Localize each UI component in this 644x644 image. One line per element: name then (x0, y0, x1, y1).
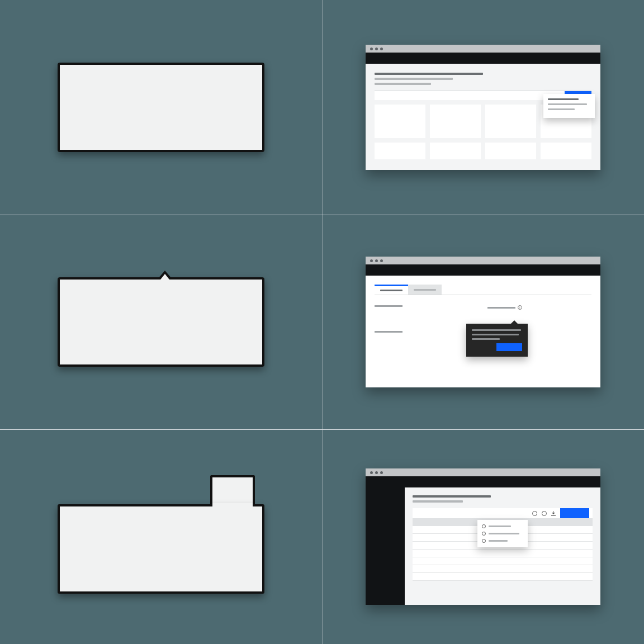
primary-button[interactable] (560, 508, 589, 518)
app-header-bar (366, 476, 600, 487)
page-title-skeleton (413, 495, 491, 498)
popover-tab-connector (210, 475, 255, 506)
browser-chrome (366, 257, 600, 264)
window-dot (375, 259, 378, 262)
window-dot (375, 471, 378, 474)
body-split (366, 487, 600, 605)
app-header-bar (366, 53, 600, 64)
subtitle-skeleton (375, 83, 431, 85)
text-field[interactable] (375, 313, 479, 323)
tooltip-text-line (472, 329, 521, 331)
dropdown-menu (543, 94, 595, 118)
table-row[interactable] (413, 573, 593, 581)
col-divider (322, 429, 323, 644)
info-icon[interactable]: i (518, 305, 522, 310)
browser-chrome (366, 468, 600, 476)
search-input[interactable] (375, 91, 565, 100)
field-label (487, 307, 515, 309)
browser-mockup-tooltip: i (366, 257, 600, 387)
radio-icon (482, 524, 486, 528)
menu-item[interactable] (548, 98, 579, 100)
card-tile[interactable] (430, 143, 481, 159)
tooltip-text-line (472, 338, 500, 340)
download-icon[interactable] (551, 511, 556, 516)
field-label (375, 331, 402, 333)
content-area (366, 64, 600, 170)
cell-r1-right (322, 0, 644, 215)
window-dot (370, 48, 373, 50)
menu-option[interactable] (482, 539, 523, 543)
content-area: i (366, 276, 600, 387)
cell-r1-left (0, 0, 322, 215)
table-row[interactable] (413, 557, 593, 565)
window-dot (375, 48, 378, 50)
browser-mockup-dropdown (366, 45, 600, 170)
window-dot (380, 259, 383, 262)
text-field[interactable] (375, 336, 479, 346)
col-divider (322, 215, 323, 429)
menu-option[interactable] (482, 524, 523, 528)
browser-chrome (366, 45, 600, 53)
card-tile[interactable] (485, 143, 536, 159)
window-dot (370, 471, 373, 474)
plain-popover-shape (58, 63, 264, 152)
caret-popover-shape (58, 277, 264, 367)
settings-icon[interactable] (542, 511, 547, 516)
page-title-skeleton (375, 73, 483, 75)
tab-active[interactable] (375, 285, 408, 295)
tab-popover-shape (58, 475, 264, 598)
main-panel (405, 487, 600, 605)
table-row[interactable] (413, 565, 593, 573)
cell-r3-left (0, 429, 322, 644)
window-dot (380, 48, 383, 50)
card-tile[interactable] (541, 143, 591, 159)
menu-option[interactable] (482, 532, 523, 536)
toolbar (413, 508, 593, 518)
card-tile[interactable] (375, 143, 425, 159)
card-tile[interactable] (375, 105, 425, 138)
cell-r2-left (0, 215, 322, 429)
radio-icon (482, 539, 486, 543)
tab-bar (375, 285, 591, 295)
tooltip-popover (466, 324, 528, 357)
radio-icon (482, 532, 486, 536)
sidebar (366, 487, 405, 605)
card-tile[interactable] (430, 105, 481, 138)
menu-item[interactable] (548, 103, 587, 105)
window-dot (370, 259, 373, 262)
table-row[interactable] (413, 550, 593, 557)
text-field[interactable] (487, 313, 591, 323)
cell-r2-right: i (322, 215, 644, 429)
card-grid-row2 (375, 143, 591, 159)
menu-item[interactable] (548, 108, 575, 110)
subtitle-skeleton (413, 500, 463, 503)
field-label (375, 305, 402, 307)
tab-inactive[interactable] (408, 285, 442, 295)
tooltip-action-button[interactable] (496, 343, 522, 351)
search-icon[interactable] (532, 511, 537, 516)
col-divider (322, 0, 323, 215)
browser-mockup-settings (366, 468, 600, 605)
window-dot (380, 471, 383, 474)
tooltip-text-line (472, 334, 519, 335)
subtitle-skeleton (375, 78, 453, 80)
app-header-bar (366, 264, 600, 276)
cell-r3-right (322, 429, 644, 644)
card-tile[interactable] (485, 105, 536, 138)
settings-menu-popover (477, 520, 528, 547)
